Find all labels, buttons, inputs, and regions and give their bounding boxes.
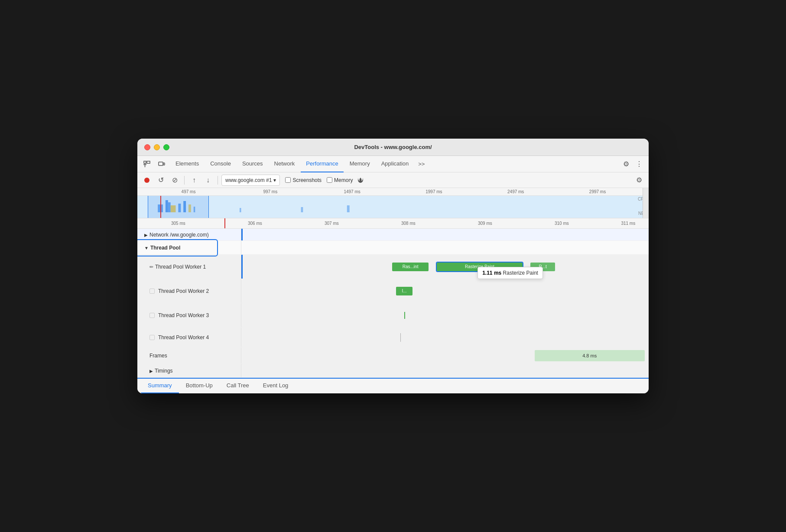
frames-bar[interactable]: 4.8 ms	[535, 350, 645, 361]
worker3-icon	[149, 313, 155, 318]
worker3-row: Thread Pool Worker 3	[137, 303, 649, 328]
frames-label-text: Frames	[149, 353, 167, 359]
tab-console[interactable]: Console	[205, 156, 236, 172]
tab-call-tree[interactable]: Call Tree	[220, 378, 256, 393]
reload-button[interactable]: ↺	[155, 174, 167, 186]
rasterize-small-label: R...t	[539, 264, 546, 269]
worker2-content[interactable]: I...	[241, 279, 649, 303]
maximize-button[interactable]	[163, 144, 169, 150]
worker4-label-text: Thread Pool Worker 4	[158, 334, 209, 341]
screenshots-checkbox[interactable]	[285, 177, 291, 183]
profile-select-chevron: ▾	[273, 177, 276, 183]
svg-rect-0	[144, 161, 146, 163]
tracks-container: Network /ww.google.com) Thread Pool Thre…	[137, 229, 649, 378]
svg-rect-1	[147, 161, 150, 163]
ruler-label-3: 1997 ms	[425, 189, 442, 194]
pencil-icon	[149, 264, 153, 270]
tab-network[interactable]: Network	[269, 156, 300, 172]
tab-performance[interactable]: Performance	[301, 156, 343, 172]
svg-rect-14	[194, 207, 195, 212]
tab-sources[interactable]: Sources	[237, 156, 268, 172]
svg-rect-17	[347, 205, 350, 212]
ruler-playhead	[224, 218, 225, 228]
tab-bottom-up[interactable]: Bottom-Up	[179, 378, 220, 393]
more-icon[interactable]: ⋮	[633, 158, 645, 170]
detail-tick-3: 308 ms	[401, 221, 416, 226]
capture-settings-icon[interactable]: ⚙	[633, 174, 645, 186]
inspect-icon[interactable]	[141, 158, 153, 170]
download-button[interactable]: ↓	[202, 174, 214, 186]
screenshots-checkbox-group: Screenshots	[285, 177, 322, 183]
settings-icon[interactable]: ⚙	[620, 158, 632, 170]
worker3-content[interactable]	[241, 303, 649, 327]
frames-content[interactable]: 4.8 ms	[241, 347, 649, 363]
worker1-content[interactable]: Ras...int Rasterize Paint R...t 1.11 ms …	[241, 255, 649, 279]
svg-rect-10	[171, 205, 176, 212]
tab-summary[interactable]: Summary	[141, 378, 179, 393]
worker1-label: Thread Pool Worker 1	[137, 255, 241, 279]
detail-tick-1: 306 ms	[248, 221, 262, 226]
window-title: DevTools - www.google.com/	[354, 144, 432, 150]
tab-elements[interactable]: Elements	[170, 156, 204, 172]
ruler-label-2: 1497 ms	[344, 189, 360, 194]
detail-ruler: 305 ms 306 ms 307 ms 308 ms 309 ms 310 m…	[137, 218, 649, 229]
worker2-bar[interactable]: I...	[396, 287, 412, 295]
ruler-label-1: 997 ms	[263, 189, 277, 194]
svg-rect-12	[183, 201, 186, 212]
timings-row: Timings	[137, 364, 649, 378]
ruler-label-0: 497 ms	[182, 189, 196, 194]
worker1-row: Thread Pool Worker 1 Ras...int Rasterize…	[137, 255, 649, 279]
flame-icon[interactable]	[354, 174, 367, 186]
worker4-dot	[400, 333, 401, 342]
worker2-icon	[149, 289, 155, 294]
svg-rect-13	[188, 204, 191, 212]
network-content[interactable]	[241, 229, 649, 240]
memory-checkbox[interactable]	[327, 177, 332, 183]
detail-tick-4: 309 ms	[478, 221, 492, 226]
bottom-tabs: Summary Bottom-Up Call Tree Event Log	[137, 378, 649, 393]
thread-pool-expand-icon[interactable]	[144, 245, 149, 251]
tabs-more[interactable]: >>	[415, 161, 428, 167]
worker2-row: Thread Pool Worker 2 I...	[137, 279, 649, 303]
tab-application[interactable]: Application	[376, 156, 414, 172]
tab-event-log[interactable]: Event Log	[256, 378, 296, 393]
close-button[interactable]	[144, 144, 150, 150]
toolbar-separator	[184, 176, 185, 185]
devtools-window: DevTools - www.google.com/ Elements Cons…	[137, 139, 649, 393]
overview-graph[interactable]: CPU NET	[137, 196, 649, 218]
timings-content[interactable]	[241, 364, 649, 377]
network-track: Network /ww.google.com)	[137, 229, 649, 241]
timeline-overview[interactable]: 497 ms 997 ms 1497 ms 1997 ms 2497 ms 29…	[137, 188, 649, 218]
worker4-icon	[149, 335, 155, 340]
worker4-content[interactable]	[241, 328, 649, 347]
thread-pool-header-content[interactable]	[241, 241, 649, 254]
tab-memory[interactable]: Memory	[344, 156, 375, 172]
timings-label-text: Timings	[155, 368, 173, 374]
rasterize-small-bar[interactable]: R...t	[530, 263, 555, 271]
svg-rect-11	[178, 204, 181, 212]
network-expand-icon[interactable]	[144, 232, 148, 238]
record-button[interactable]	[141, 174, 153, 186]
profile-select[interactable]: www.google.com #1 ▾	[221, 175, 280, 186]
thread-pool-label: Thread Pool	[137, 241, 241, 254]
svg-rect-7	[158, 204, 163, 212]
rasterize-paint-bar[interactable]: Rasterize Paint	[437, 263, 522, 271]
detail-tick-0: 305 ms	[171, 221, 185, 226]
rasterize-int-bar[interactable]: Ras...int	[392, 263, 429, 271]
overview-ruler: 497 ms 997 ms 1497 ms 1997 ms 2497 ms 29…	[137, 188, 649, 196]
rasterize-int-label: Ras...int	[403, 264, 419, 269]
upload-button[interactable]: ↑	[188, 174, 200, 186]
svg-rect-8	[166, 200, 168, 212]
timings-expand-icon[interactable]	[149, 368, 153, 374]
detail-tick-6: 311 ms	[621, 221, 635, 226]
timings-label: Timings	[137, 364, 241, 377]
memory-label: Memory	[334, 177, 353, 183]
minimize-button[interactable]	[154, 144, 160, 150]
device-icon[interactable]	[156, 158, 168, 170]
frames-row: Frames 4.8 ms	[137, 347, 649, 364]
svg-rect-15	[240, 208, 241, 212]
svg-rect-4	[159, 162, 163, 165]
svg-rect-16	[301, 207, 303, 212]
clear-button[interactable]: ⊘	[169, 174, 181, 186]
overview-scrollbar[interactable]	[643, 188, 649, 218]
